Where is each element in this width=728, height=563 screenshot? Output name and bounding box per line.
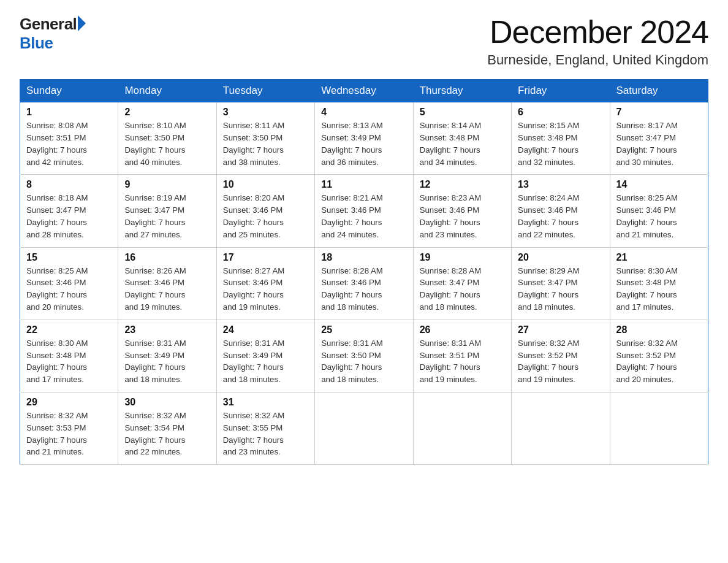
calendar-cell: 5Sunrise: 8:14 AMSunset: 3:48 PMDaylight… <box>413 102 511 175</box>
calendar-week-row: 29Sunrise: 8:32 AMSunset: 3:53 PMDayligh… <box>20 392 708 464</box>
calendar-cell: 21Sunrise: 8:30 AMSunset: 3:48 PMDayligh… <box>610 247 708 320</box>
day-info: Sunrise: 8:10 AMSunset: 3:50 PMDaylight:… <box>124 121 186 166</box>
calendar-cell: 3Sunrise: 8:11 AMSunset: 3:50 PMDaylight… <box>216 102 314 175</box>
col-header-thursday: Thursday <box>413 80 511 102</box>
calendar-cell: 17Sunrise: 8:27 AMSunset: 3:46 PMDayligh… <box>216 247 314 320</box>
day-number: 17 <box>223 252 308 263</box>
day-number: 24 <box>223 324 308 335</box>
calendar-cell: 18Sunrise: 8:28 AMSunset: 3:46 PMDayligh… <box>315 247 413 320</box>
calendar-cell: 11Sunrise: 8:21 AMSunset: 3:46 PMDayligh… <box>315 175 413 247</box>
logo: General Blue <box>20 15 87 53</box>
day-number: 13 <box>518 179 603 190</box>
calendar-cell: 16Sunrise: 8:26 AMSunset: 3:46 PMDayligh… <box>118 247 216 320</box>
calendar-cell: 27Sunrise: 8:32 AMSunset: 3:52 PMDayligh… <box>512 320 610 392</box>
day-info: Sunrise: 8:25 AMSunset: 3:46 PMDaylight:… <box>26 266 88 312</box>
calendar-cell: 20Sunrise: 8:29 AMSunset: 3:47 PMDayligh… <box>512 247 610 320</box>
day-info: Sunrise: 8:32 AMSunset: 3:52 PMDaylight:… <box>518 339 579 384</box>
calendar-cell: 26Sunrise: 8:31 AMSunset: 3:51 PMDayligh… <box>413 320 511 392</box>
day-number: 27 <box>518 324 603 335</box>
calendar-cell: 24Sunrise: 8:31 AMSunset: 3:49 PMDayligh… <box>216 320 314 392</box>
day-number: 23 <box>124 324 210 335</box>
day-info: Sunrise: 8:30 AMSunset: 3:48 PMDaylight:… <box>616 266 678 312</box>
day-number: 9 <box>124 179 210 190</box>
calendar-cell: 23Sunrise: 8:31 AMSunset: 3:49 PMDayligh… <box>118 320 216 392</box>
day-number: 30 <box>124 397 210 408</box>
day-number: 18 <box>321 252 406 263</box>
calendar-cell: 8Sunrise: 8:18 AMSunset: 3:47 PMDaylight… <box>20 175 118 247</box>
day-number: 25 <box>321 324 406 335</box>
day-info: Sunrise: 8:26 AMSunset: 3:46 PMDaylight:… <box>124 266 186 312</box>
calendar-cell: 6Sunrise: 8:15 AMSunset: 3:48 PMDaylight… <box>512 102 610 175</box>
day-info: Sunrise: 8:28 AMSunset: 3:46 PMDaylight:… <box>321 266 382 312</box>
day-number: 16 <box>124 252 210 263</box>
day-info: Sunrise: 8:32 AMSunset: 3:53 PMDaylight:… <box>26 411 88 456</box>
day-info: Sunrise: 8:25 AMSunset: 3:46 PMDaylight:… <box>616 193 678 239</box>
calendar-cell: 10Sunrise: 8:20 AMSunset: 3:46 PMDayligh… <box>216 175 314 247</box>
day-number: 5 <box>420 107 505 118</box>
day-number: 20 <box>518 252 603 263</box>
day-number: 21 <box>616 252 702 263</box>
day-info: Sunrise: 8:08 AMSunset: 3:51 PMDaylight:… <box>26 121 88 166</box>
day-info: Sunrise: 8:18 AMSunset: 3:47 PMDaylight:… <box>26 193 88 239</box>
day-info: Sunrise: 8:11 AMSunset: 3:50 PMDaylight:… <box>223 121 284 166</box>
calendar-cell: 1Sunrise: 8:08 AMSunset: 3:51 PMDaylight… <box>20 102 118 175</box>
logo-triangle-icon <box>78 15 86 31</box>
calendar-cell <box>512 392 610 464</box>
calendar-cell: 9Sunrise: 8:19 AMSunset: 3:47 PMDaylight… <box>118 175 216 247</box>
col-header-saturday: Saturday <box>610 80 708 102</box>
calendar-cell: 15Sunrise: 8:25 AMSunset: 3:46 PMDayligh… <box>20 247 118 320</box>
day-info: Sunrise: 8:15 AMSunset: 3:48 PMDaylight:… <box>518 121 579 166</box>
day-number: 3 <box>223 107 308 118</box>
col-header-friday: Friday <box>512 80 610 102</box>
calendar-cell <box>315 392 413 464</box>
day-info: Sunrise: 8:17 AMSunset: 3:47 PMDaylight:… <box>616 121 678 166</box>
calendar-cell <box>413 392 511 464</box>
day-info: Sunrise: 8:23 AMSunset: 3:46 PMDaylight:… <box>420 193 481 239</box>
day-info: Sunrise: 8:28 AMSunset: 3:47 PMDaylight:… <box>420 266 481 312</box>
day-info: Sunrise: 8:13 AMSunset: 3:49 PMDaylight:… <box>321 121 382 166</box>
calendar-cell: 14Sunrise: 8:25 AMSunset: 3:46 PMDayligh… <box>610 175 708 247</box>
day-info: Sunrise: 8:14 AMSunset: 3:48 PMDaylight:… <box>420 121 481 166</box>
col-header-monday: Monday <box>118 80 216 102</box>
day-number: 29 <box>26 397 112 408</box>
day-number: 12 <box>420 179 505 190</box>
day-number: 8 <box>26 179 112 190</box>
day-info: Sunrise: 8:32 AMSunset: 3:55 PMDaylight:… <box>223 411 284 456</box>
day-info: Sunrise: 8:21 AMSunset: 3:46 PMDaylight:… <box>321 193 382 239</box>
calendar-cell: 31Sunrise: 8:32 AMSunset: 3:55 PMDayligh… <box>216 392 314 464</box>
col-header-sunday: Sunday <box>20 80 118 102</box>
calendar-header-row: SundayMondayTuesdayWednesdayThursdayFrid… <box>20 80 708 102</box>
calendar-cell: 13Sunrise: 8:24 AMSunset: 3:46 PMDayligh… <box>512 175 610 247</box>
calendar-title: December 2024 <box>487 15 708 50</box>
day-info: Sunrise: 8:31 AMSunset: 3:50 PMDaylight:… <box>321 339 382 384</box>
calendar-cell: 4Sunrise: 8:13 AMSunset: 3:49 PMDaylight… <box>315 102 413 175</box>
calendar-cell: 29Sunrise: 8:32 AMSunset: 3:53 PMDayligh… <box>20 392 118 464</box>
day-info: Sunrise: 8:31 AMSunset: 3:49 PMDaylight:… <box>223 339 284 384</box>
calendar-cell: 30Sunrise: 8:32 AMSunset: 3:54 PMDayligh… <box>118 392 216 464</box>
calendar-cell: 7Sunrise: 8:17 AMSunset: 3:47 PMDaylight… <box>610 102 708 175</box>
day-info: Sunrise: 8:27 AMSunset: 3:46 PMDaylight:… <box>223 266 284 312</box>
calendar-cell: 12Sunrise: 8:23 AMSunset: 3:46 PMDayligh… <box>413 175 511 247</box>
calendar-cell <box>610 392 708 464</box>
logo-text-blue: Blue <box>20 34 53 53</box>
day-info: Sunrise: 8:31 AMSunset: 3:49 PMDaylight:… <box>124 339 186 384</box>
day-number: 11 <box>321 179 406 190</box>
day-info: Sunrise: 8:19 AMSunset: 3:47 PMDaylight:… <box>124 193 186 239</box>
day-info: Sunrise: 8:32 AMSunset: 3:52 PMDaylight:… <box>616 339 678 384</box>
day-info: Sunrise: 8:31 AMSunset: 3:51 PMDaylight:… <box>420 339 481 384</box>
logo-text-general: General <box>20 15 77 34</box>
day-number: 14 <box>616 179 702 190</box>
calendar-table: SundayMondayTuesdayWednesdayThursdayFrid… <box>20 79 708 465</box>
day-number: 2 <box>124 107 210 118</box>
day-number: 19 <box>420 252 505 263</box>
calendar-cell: 22Sunrise: 8:30 AMSunset: 3:48 PMDayligh… <box>20 320 118 392</box>
calendar-cell: 19Sunrise: 8:28 AMSunset: 3:47 PMDayligh… <box>413 247 511 320</box>
day-number: 22 <box>26 324 112 335</box>
day-number: 1 <box>26 107 112 118</box>
title-block: December 2024 Burneside, England, United… <box>487 15 708 68</box>
col-header-wednesday: Wednesday <box>315 80 413 102</box>
day-number: 31 <box>223 397 308 408</box>
day-info: Sunrise: 8:24 AMSunset: 3:46 PMDaylight:… <box>518 193 579 239</box>
day-number: 4 <box>321 107 406 118</box>
calendar-week-row: 22Sunrise: 8:30 AMSunset: 3:48 PMDayligh… <box>20 320 708 392</box>
